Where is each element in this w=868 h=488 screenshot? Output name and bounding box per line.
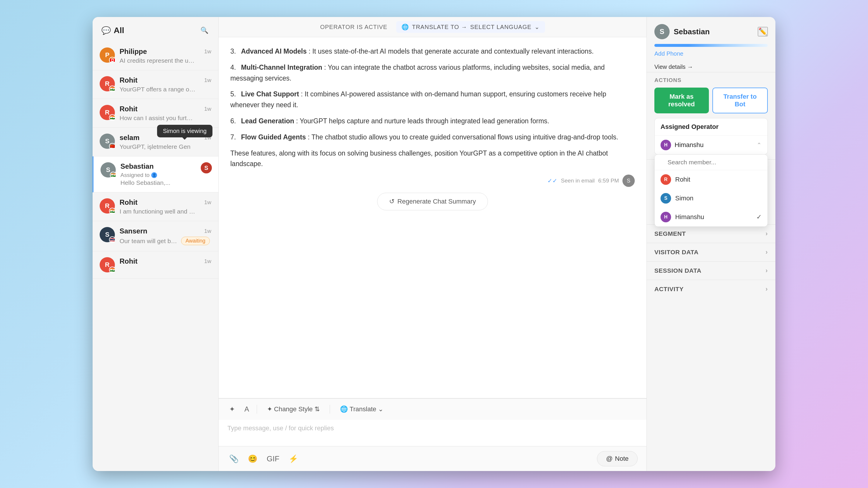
seen-label: Seen in email xyxy=(561,177,595,184)
member-list-item[interactable]: S Simon xyxy=(655,189,768,208)
sparkle-button[interactable]: ✦ xyxy=(227,403,237,415)
session-data-section[interactable]: SESSION DATA › xyxy=(647,261,775,280)
gif-icon[interactable]: GIF xyxy=(265,453,281,465)
conv-body: Rohit 1w How can I assist you furthe... xyxy=(120,105,211,122)
compose-input-area[interactable]: Type message, use / for quick replies xyxy=(219,420,647,446)
activity-section[interactable]: ACTIVITY › xyxy=(647,280,775,298)
app-window: 💬 All 🔍 P 🇨🇦 Philippe 1w AI credits repr… xyxy=(93,17,775,471)
view-details-row[interactable]: View details → xyxy=(647,62,775,72)
conv-top: Sansern 1w xyxy=(120,227,211,235)
conv-top: Rohit 1w xyxy=(120,257,211,265)
regenerate-icon: ↺ xyxy=(389,198,395,205)
list-item[interactable]: S 🇮🇳 Sebastian 1w Assigned to 👤 Hello Se… xyxy=(93,156,218,192)
conv-time: 1w xyxy=(204,199,211,206)
conv-time: 1w xyxy=(204,258,211,264)
flag-badge: 🇮🇳 xyxy=(109,208,116,214)
message-paragraph: 7. Flow Guided Agents : The chatbot stud… xyxy=(230,132,635,143)
translate-bar[interactable]: 🌐 Translate to → Select language ⌄ xyxy=(396,21,545,33)
emoji-icon[interactable]: 😊 xyxy=(246,453,259,465)
chevron-down-icon: ⌄ xyxy=(534,24,540,30)
list-num: 4. xyxy=(230,62,239,73)
message-content: 3. Advanced AI Models : It uses state-of… xyxy=(230,46,635,169)
sidebar-header: 💬 All 🔍 xyxy=(93,17,218,42)
member-list-item[interactable]: R Rohit xyxy=(655,170,768,189)
attachment-icon[interactable]: 📎 xyxy=(227,453,240,465)
message-text: : The chatbot studio allows you to creat… xyxy=(308,133,618,141)
conv-body: Philippe 1w AI credits represent the usa… xyxy=(120,47,211,64)
message-bold: Live Chat Support xyxy=(241,90,299,98)
font-button[interactable]: A xyxy=(243,403,251,415)
list-item[interactable]: R 🇮🇳 Rohit 1w I am functioning well and … xyxy=(93,192,218,221)
compose-actions: 📎 😊 GIF ⚡ @ Note xyxy=(219,446,647,471)
list-item[interactable]: R 🇮🇳 Rohit 1w xyxy=(93,251,218,279)
list-item[interactable]: P 🇨🇦 Philippe 1w AI credits represent th… xyxy=(93,42,218,70)
add-phone-link[interactable]: Add Phone xyxy=(654,51,768,59)
actions-label: ACTIONS xyxy=(654,77,768,84)
mark-as-resolved-button[interactable]: Mark as resolved xyxy=(654,88,709,113)
search-button[interactable]: 🔍 xyxy=(199,25,210,36)
visitor-data-section[interactable]: VISITOR DATA › xyxy=(647,243,775,261)
conv-top: Rohit 1w xyxy=(120,198,211,206)
flag-badge: 🇹🇭 xyxy=(109,236,116,243)
msg-time: 6:59 PM xyxy=(598,177,619,184)
operator-avatar: H xyxy=(660,140,671,150)
search-member-input[interactable] xyxy=(655,155,768,170)
translate-label: Translate to → xyxy=(412,24,467,30)
message-bold: Advanced AI Models xyxy=(241,47,307,55)
flag-badge: 🇮🇳 xyxy=(110,172,116,178)
conv-preview: Our team will get ba... xyxy=(120,237,178,245)
member-list-item[interactable]: H Himanshu ✓ xyxy=(655,208,768,226)
conv-top: Rohit 1w xyxy=(120,76,211,84)
conv-name: Rohit xyxy=(120,257,137,265)
visitor-data-label: VISITOR DATA xyxy=(654,249,699,256)
bolt-icon[interactable]: ⚡ xyxy=(287,453,300,465)
edit-button[interactable]: ✏️ xyxy=(758,27,768,36)
list-item[interactable]: R 🇮🇳 Rohit 1w YourGPT offers a range of … xyxy=(93,70,218,99)
segment-section[interactable]: SEGMENT › xyxy=(647,224,775,243)
conv-name: Rohit xyxy=(120,105,137,113)
operator-dropdown-popup: 🔍 R Rohit S Simon H Himanshu ✓ xyxy=(654,154,768,227)
message-bold: Multi-Channel Integration xyxy=(241,64,322,71)
progress-bar xyxy=(654,44,768,47)
avatar: R 🇮🇳 xyxy=(100,198,115,214)
conv-top: Sebastian 1w xyxy=(120,162,211,170)
avatar: S 🇹🇭 xyxy=(100,227,115,242)
translate-button[interactable]: 🌐 Translate ⌄ xyxy=(336,404,388,415)
list-num: 6. xyxy=(230,116,239,127)
list-item[interactable]: S 🇹🇭 Sansern 1w Our team will get ba... … xyxy=(93,221,218,251)
message-paragraph: 6. Lead Generation : YourGPT helps captu… xyxy=(230,116,635,127)
chevron-right-icon: › xyxy=(766,285,768,293)
list-item[interactable]: Simon is viewing S 🇨🇳 selam 1w YourGPT, … xyxy=(93,128,218,156)
conv-time: 1w xyxy=(204,228,211,234)
flag-badge: 🇮🇳 xyxy=(109,86,116,92)
conv-body: Sebastian 1w Assigned to 👤 Hello Sebasti… xyxy=(120,162,211,186)
toolbar-separator xyxy=(257,405,257,414)
member-name: Simon xyxy=(675,195,693,202)
viewing-tooltip: Simon is viewing xyxy=(157,125,213,137)
conv-body: Sansern 1w Our team will get ba... Await… xyxy=(120,227,211,245)
compose-area: ✦ A ✦ Change Style ⇅ 🌐 Translate ⌄ Type … xyxy=(219,398,647,471)
compose-toolbar: ✦ A ✦ Change Style ⇅ 🌐 Translate ⌄ xyxy=(219,398,647,420)
operator-select-row[interactable]: H Himanshu ⌃ xyxy=(655,136,768,154)
flag-badge: 🇨🇦 xyxy=(109,57,116,63)
message-paragraph: 3. Advanced AI Models : It uses state-of… xyxy=(230,46,635,57)
message-bold: Lead Generation xyxy=(241,117,294,125)
list-num: 5. xyxy=(230,89,239,100)
conv-body: Rohit 1w I am functioning well and re... xyxy=(120,198,211,215)
change-style-button[interactable]: ✦ Change Style ⇅ xyxy=(263,404,324,415)
avatar: S 🇨🇳 xyxy=(100,134,115,149)
select-language: Select language xyxy=(470,24,531,30)
conv-time: 1w xyxy=(204,48,211,55)
transfer-to-bot-button[interactable]: Transfer to Bot xyxy=(712,88,768,113)
note-button[interactable]: @ Note xyxy=(597,451,638,466)
conv-name: Rohit xyxy=(120,198,137,206)
contact-info: S Sebastian xyxy=(654,24,710,39)
list-item[interactable]: R 🇮🇳 Rohit 1w How can I assist you furth… xyxy=(93,99,218,128)
chevron-right-icon: › xyxy=(766,230,768,237)
list-num: 3. xyxy=(230,46,239,57)
conv-time: 1w xyxy=(204,77,211,84)
conv-name: Rohit xyxy=(120,76,137,84)
regenerate-chat-summary-button[interactable]: ↺ Regenerate Chat Summary xyxy=(377,193,488,210)
conclusion-text: These features, along with its focus on … xyxy=(230,148,635,170)
flag-badge: 🇨🇳 xyxy=(109,143,116,150)
